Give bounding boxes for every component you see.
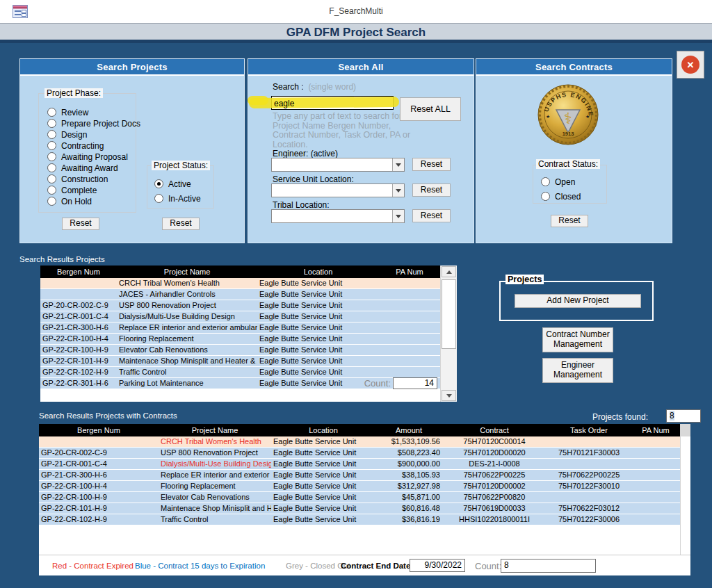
projects-found-value[interactable]: 8 [666,409,701,423]
cell-task_order: 75H70122F30006 [547,514,631,525]
scroll-up-button[interactable] [442,266,456,277]
service-unit-reset-button[interactable]: Reset [412,183,451,197]
engineer-combo[interactable] [271,158,405,172]
radio-circle-icon[interactable] [47,130,56,139]
table-row[interactable]: GP-21-CR-300-H-6Replace ER interior and … [40,322,457,334]
engineer-combo-dropdown[interactable] [392,158,404,171]
radio-selected-icon[interactable] [154,179,163,188]
table-row[interactable]: GP-21-CR-300-H-6Replace ER interior and … [39,470,690,481]
radio-circle-icon[interactable] [47,186,56,195]
cell-amount: $36,816.19 [375,514,442,525]
radio-circle-icon[interactable] [47,108,56,117]
column-header-amount: Amount [375,424,442,436]
cell-pa [379,345,440,355]
results-projects-label: Search Results Projects [19,255,105,263]
column-header-location: Location [257,266,379,278]
radio-circle-icon[interactable] [154,194,163,203]
radio-circle-icon[interactable] [47,141,56,150]
contracts-table-scrollbar[interactable] [680,424,690,555]
radio-circle-icon[interactable] [541,177,550,186]
radio-phase-awaiting-proposal[interactable]: Awaiting Proposal [47,150,128,161]
status-reset-button[interactable]: Reset [162,218,200,230]
table-row[interactable]: GP-22-CR-102-H-9Traffic ControlEagle But… [40,367,457,378]
legend-blue: Blue - Contract 15 days to Expiration [135,562,265,570]
table-row[interactable]: GP-22-CR-100-H-9Elevator Cab Renovations… [40,345,457,356]
cell-location: Eagle Butte Service Unit [271,436,375,447]
tribal-reset-button[interactable]: Reset [412,209,451,222]
cell-pa [379,289,440,300]
tribal-combo[interactable] [271,209,405,223]
contract-reset-button[interactable]: Reset [551,215,588,227]
radio-phase-complete[interactable]: Complete [47,183,97,195]
cell-bergen: GP-21-CR-001-C-4 [40,311,117,322]
engineer-management-button[interactable]: Engineer Management [542,358,613,383]
service-unit-combo[interactable] [271,183,405,197]
radio-circle-icon[interactable] [47,174,56,183]
table-row[interactable]: CRCH Tribal Women's HealthEagle Butte Se… [40,278,457,289]
radio-contract-open[interactable]: Open [541,175,575,186]
column-header-bergen: Bergen Num [39,424,159,436]
radio-phase-design[interactable]: Design [47,128,87,139]
reset-all-button[interactable]: Reset ALL [400,97,461,121]
radio-phase-awaiting-award[interactable]: Awaiting Award [47,161,118,172]
radio-status-inactive[interactable]: In-Active [154,192,201,203]
table-row[interactable]: GP-22-CR-102-H-9Traffic ControlEagle But… [39,514,690,525]
search-hint: (single word) [308,82,356,92]
table-row[interactable]: GP-22-CR-101-H-9Maintenace Shop Minispli… [39,503,690,514]
radio-phase-review[interactable]: Review [47,106,88,117]
radio-circle-icon[interactable] [47,152,56,161]
radio-contract-closed[interactable]: Closed [541,190,581,201]
close-button[interactable]: ✕ [677,51,704,79]
contract-end-date-value[interactable]: 9/30/2022 [410,559,465,572]
contract-number-management-button[interactable]: Contract Number Management [542,327,613,352]
table-row[interactable]: CRCH Tribal Women's HealthEagle Butte Se… [39,436,690,448]
engineer-reset-button[interactable]: Reset [412,158,451,171]
cell-project: Flooring Replacement [117,334,257,344]
cell-contract: 75H70120D00020 [442,448,547,458]
cell-pa [379,278,440,288]
table-row[interactable]: GP-21-CR-001-C-4Dialysis/Multi-Use Build… [39,459,690,470]
table-row[interactable]: GP-22-CR-100-H-9Elevator Cab Renovations… [39,492,690,503]
tribal-combo-dropdown[interactable] [392,210,404,222]
radio-circle-icon[interactable] [47,119,56,128]
cell-project: Parking Lot Maintenance [117,378,257,389]
radio-phase-contracting[interactable]: Contracting [47,139,104,150]
projects-table-scrollbar[interactable] [440,266,457,402]
cell-bergen: GP-21-CR-300-H-6 [39,470,159,480]
phase-reset-button[interactable]: Reset [62,218,99,230]
cell-bergen [40,278,117,288]
table-row[interactable]: GP-22-CR-100-H-4Flooring ReplacementEagl… [40,334,457,345]
scrollbar-thumb[interactable] [442,279,456,349]
cell-pa [379,367,440,377]
cell-project: USP 800 Renovation Project [117,300,257,311]
table-row[interactable]: GP-20-CR-002-C-9USP 800 Renovation Proje… [40,300,457,311]
contracts-count-value[interactable]: 8 [501,559,596,573]
panel-search-projects-title: Search Projects [20,59,244,76]
cell-bergen: GP-21-CR-001-C-4 [39,459,159,469]
cell-amount: $900,000.00 [375,459,442,469]
close-icon: ✕ [681,56,699,74]
cell-pa [631,514,680,525]
table-row[interactable]: GP-22-CR-101-H-9Maintenace Shop Minispli… [40,356,457,367]
table-row[interactable]: JACES - Airhandler ControlsEagle Butte S… [40,289,457,300]
radio-status-active[interactable]: Active [154,177,191,188]
table-row[interactable]: GP-22-CR-100-H-4Flooring ReplacementEagl… [39,481,690,492]
service-unit-combo-dropdown[interactable] [392,184,404,197]
projects-count-value[interactable]: 14 [393,377,437,389]
radio-phase-on-hold[interactable]: On Hold [47,195,92,206]
radio-circle-icon[interactable] [47,197,56,206]
tab-title[interactable]: F_SearchMulti [0,6,712,16]
radio-circle-icon[interactable] [541,192,550,201]
cell-location: Eagle Butte Service Unit [271,470,375,480]
results-contracts-label: Search Results Projects with Contracts [39,411,177,420]
contract-status-label: Contract Status: [536,159,600,169]
scroll-down-button[interactable] [442,390,456,401]
cell-location: Eagle Butte Service Unit [257,356,379,366]
search-help-text: Type any part of text to search for Proj… [273,112,412,149]
table-row[interactable]: GP-20-CR-002-C-9USP 800 Renovation Proje… [39,448,690,459]
radio-phase-construction[interactable]: Construction [47,172,108,183]
table-row[interactable]: GP-21-CR-001-C-4Dialysis/Multi-Use Build… [40,311,457,322]
radio-phase-prepare-project-docs[interactable]: Prepare Project Docs [47,117,140,128]
add-new-project-button[interactable]: Add New Project [515,294,641,308]
radio-circle-icon[interactable] [47,163,56,172]
